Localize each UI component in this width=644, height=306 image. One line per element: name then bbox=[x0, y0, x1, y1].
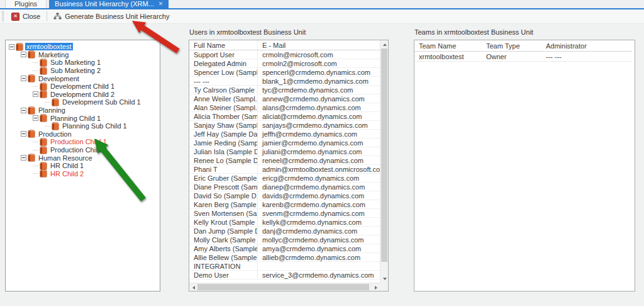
generate-hierarchy-label: Generate Business Unit Hierarchy bbox=[65, 13, 169, 20]
tree-item-sub-marketing-1[interactable]: Sub Marketing 1 bbox=[7, 59, 158, 67]
tree-collapse-icon[interactable] bbox=[21, 155, 26, 161]
user-cell: karenb@crmdemo.dynamics.com bbox=[258, 201, 380, 208]
user-row[interactable]: Spencer Low (Sampl...spencerl@crmdemo.dy… bbox=[189, 68, 380, 77]
tree-collapse-icon[interactable] bbox=[33, 115, 38, 121]
tab-business-unit-hierarchy-label: Business Unit Hierarchy (XRM... bbox=[55, 0, 154, 9]
teams-grid: Team NameTeam TypeAdministrator xrmtoolb… bbox=[414, 40, 632, 291]
user-cell: crmoln2@microsoft.com bbox=[258, 60, 380, 67]
user-cell: davids@crmdemo.dynamics.com bbox=[258, 192, 380, 200]
tree-item-development[interactable]: Development bbox=[7, 74, 158, 82]
user-row[interactable]: Karen Berg (Sample ...karenb@crmdemo.dyn… bbox=[189, 200, 380, 209]
user-row[interactable]: INTEGRATION bbox=[189, 262, 380, 271]
user-row[interactable]: Demo Userservice_3@crmdemo.dynamics.com bbox=[189, 271, 380, 280]
user-row[interactable]: Jamie Reding (Sampl...jamier@crmdemo.dyn… bbox=[189, 139, 380, 147]
tree-collapse-icon[interactable] bbox=[9, 44, 14, 50]
tree-item-development-sub-child-1[interactable]: Development Sub Child 1 bbox=[7, 98, 158, 106]
user-cell: blank_1@crmdemo.dynamics.com bbox=[258, 77, 380, 85]
tree-item-planning-sub-child-1[interactable]: Planning Sub Child 1 bbox=[7, 122, 158, 130]
tree-item-planning-child-1[interactable]: Planning Child 1 bbox=[7, 114, 158, 122]
tree-collapse-icon[interactable] bbox=[21, 131, 26, 137]
tree-item-hr-child-2[interactable]: HR Child 2 bbox=[7, 170, 158, 178]
users-vertical-scrollbar bbox=[380, 40, 388, 283]
user-row[interactable]: Molly Clark (Sample ...mollyc@crmdemo.dy… bbox=[189, 235, 380, 244]
user-cell: sanjays@crmdemo.dynamics.com bbox=[258, 122, 380, 129]
user-row[interactable]: Alicia Thomber (Sam...aliciat@crmdemo.dy… bbox=[189, 112, 380, 121]
users-grid-body: Support Usercrmoln@microsoft.comDelegate… bbox=[189, 50, 380, 280]
user-row[interactable]: David So (Sample D...davids@crmdemo.dyna… bbox=[189, 191, 380, 200]
user-row[interactable]: Ty Calrson (Sample ...tyc@crmdemo.dynami… bbox=[189, 86, 380, 94]
tree-item-label: Marketing bbox=[37, 51, 70, 59]
user-row[interactable]: Anne Weiler (Sampl...annew@crmdemo.dynam… bbox=[189, 94, 380, 103]
toolbar-grip-handle[interactable] bbox=[2, 11, 4, 21]
user-row[interactable]: Delegated Admincrmoln2@microsoft.com bbox=[189, 59, 380, 68]
team-column-header-administrator[interactable]: Administrator bbox=[541, 42, 632, 50]
tree-item-label: Development bbox=[37, 75, 80, 82]
tree-item-human-resource[interactable]: Human Resource bbox=[7, 154, 158, 162]
close-button[interactable]: Close bbox=[7, 10, 45, 23]
tree-item-sub-marketing-2[interactable]: Sub Marketing 2 bbox=[7, 67, 158, 75]
user-cell: Alan Steiner (Sampl... bbox=[189, 103, 258, 111]
team-column-header-team-name[interactable]: Team Name bbox=[414, 42, 482, 50]
tree-item-planning[interactable]: Planning bbox=[7, 106, 158, 115]
tree-item-development-child-1[interactable]: Development Child 1 bbox=[7, 82, 158, 91]
user-row[interactable]: Dan Jump (Sample D...danj@crmdemo.dynami… bbox=[189, 227, 380, 235]
tab-plugins[interactable]: Plugins bbox=[5, 0, 47, 8]
tab-close-icon[interactable]: ✕ bbox=[158, 0, 164, 9]
user-row[interactable]: Diane Prescott (Sam...dianep@crmdemo.dyn… bbox=[189, 183, 380, 191]
user-cell: Karen Berg (Sample ... bbox=[189, 200, 258, 208]
user-row[interactable]: Phani Tadmin@xrmtoolboxtest.onmicrosoft.… bbox=[189, 165, 380, 174]
generate-hierarchy-button[interactable]: Generate Business Unit Hierarchy bbox=[49, 10, 174, 23]
user-row[interactable]: Jeff Hay (Sample Dat...jeffh@crmdemo.dyn… bbox=[189, 130, 380, 139]
tree-item-hr-child-1[interactable]: HR Child 1 bbox=[7, 162, 158, 170]
user-cell: amya@crmdemo.dynamics.com bbox=[258, 245, 380, 252]
users-horizontal-scrollbar bbox=[189, 283, 380, 291]
business-unit-icon bbox=[40, 115, 47, 122]
scroll-down-button[interactable] bbox=[380, 275, 389, 283]
tree-item-development-child-2[interactable]: Development Child 2 bbox=[7, 91, 158, 99]
tree-item-production-child-2[interactable]: Production Child 2 bbox=[7, 146, 158, 154]
user-cell: Delegated Admin bbox=[189, 59, 258, 67]
tree-collapse-icon[interactable] bbox=[21, 76, 26, 81]
user-row[interactable]: Support Usercrmoln@microsoft.com bbox=[189, 50, 380, 59]
user-column-header-full-name[interactable]: Full Name bbox=[189, 40, 258, 50]
business-unit-icon bbox=[40, 162, 47, 169]
team-column-header-team-type[interactable]: Team Type bbox=[482, 42, 541, 50]
user-row[interactable]: Allie Bellew (Sample ...allieb@crmdemo.d… bbox=[189, 253, 380, 262]
user-row[interactable]: Julian Isla (Sample D...juliani@crmdemo.… bbox=[189, 147, 380, 156]
user-row[interactable]: Alan Steiner (Sampl...alans@crmdemo.dyna… bbox=[189, 103, 380, 112]
user-row[interactable]: Sanjay Shaw (Sampl...sanjays@crmdemo.dyn… bbox=[189, 121, 380, 130]
tree-item-marketing[interactable]: Marketing bbox=[7, 51, 158, 59]
user-cell: Sanjay Shaw (Sampl... bbox=[189, 121, 258, 129]
tree-item-label: Human Resource bbox=[37, 154, 94, 162]
tree-connector-line bbox=[33, 71, 38, 71]
tree-item-production-child-1[interactable]: Production Child 1 bbox=[7, 138, 158, 146]
tree-item-label: Planning bbox=[37, 106, 67, 114]
team-row[interactable]: xrmtoolboxtestOwner--- --- bbox=[414, 52, 632, 62]
business-unit-icon bbox=[28, 75, 35, 82]
user-row[interactable]: Kelly Krout (Sample ...kellyk@crmdemo.dy… bbox=[189, 218, 380, 227]
user-cell: ericg@crmdemo.dynamics.com bbox=[258, 174, 380, 182]
tree-item-xrmtoolboxtest[interactable]: xrmtoolboxtest bbox=[7, 43, 158, 51]
tab-business-unit-hierarchy[interactable]: Business Unit Hierarchy (XRM... ✕ bbox=[49, 0, 169, 8]
user-row[interactable]: --- ---blank_1@crmdemo.dynamics.com bbox=[189, 77, 380, 86]
user-row[interactable]: Renee Lo (Sample D...reneel@crmdemo.dyna… bbox=[189, 156, 380, 165]
tree-collapse-icon[interactable] bbox=[21, 52, 26, 57]
team-cell: Owner bbox=[482, 53, 541, 60]
scroll-up-button[interactable] bbox=[380, 40, 389, 48]
scroll-right-button[interactable] bbox=[372, 283, 380, 292]
user-cell: Ty Calrson (Sample ... bbox=[189, 86, 258, 94]
user-cell: Renee Lo (Sample D... bbox=[189, 156, 258, 164]
business-unit-icon bbox=[28, 154, 35, 161]
user-column-header-e-mail[interactable]: E - Mail bbox=[258, 42, 380, 49]
tab-bar: Plugins Business Unit Hierarchy (XRM... … bbox=[0, 0, 644, 9]
tree-collapse-icon[interactable] bbox=[21, 108, 26, 113]
vertical-scroll-thumb[interactable] bbox=[381, 48, 387, 262]
tree-collapse-icon[interactable] bbox=[33, 91, 38, 97]
user-cell: juliani@crmdemo.dynamics.com bbox=[258, 148, 380, 156]
user-row[interactable]: Eric Gruber (Sample ...ericg@crmdemo.dyn… bbox=[189, 174, 380, 183]
user-row[interactable]: Amy Alberts (Sample...amya@crmdemo.dynam… bbox=[189, 244, 380, 253]
horizontal-scroll-thumb[interactable] bbox=[197, 284, 369, 290]
user-row[interactable]: Sven Mortensen (Sa...svenm@crmdemo.dynam… bbox=[189, 209, 380, 218]
tree-item-production[interactable]: Production bbox=[7, 130, 158, 139]
scroll-left-button[interactable] bbox=[189, 283, 197, 292]
